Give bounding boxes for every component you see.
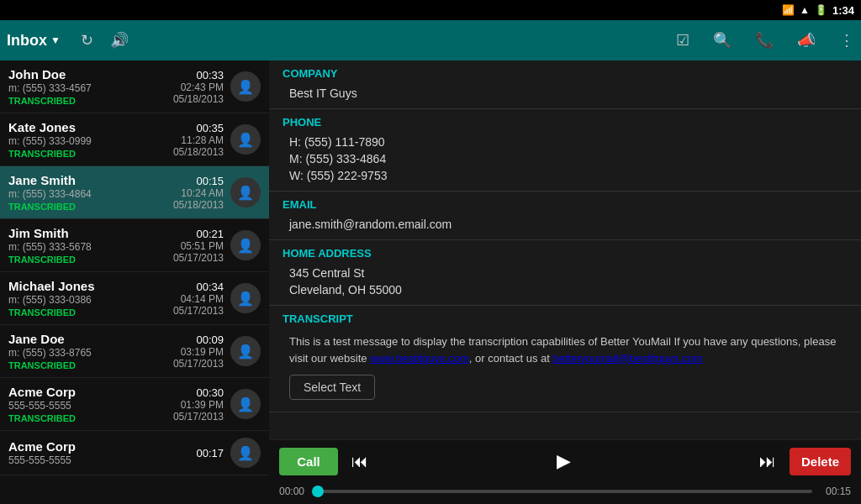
contact-number-1: m: (555) 333-0999 <box>8 135 173 147</box>
audio-player: Call ⏮ ▶ ⏭ Delete 00:00 00:15 <box>269 439 861 504</box>
address-header: HOME ADDRESS <box>283 247 848 260</box>
contact-duration-3: 00:21 <box>173 228 224 240</box>
contact-number-0: m: (555) 333-4567 <box>8 82 173 94</box>
contact-meta-0: 00:33 02:43 PM 05/18/2013 <box>173 69 224 105</box>
contact-date-3: 05/17/2013 <box>173 252 224 264</box>
contact-status-1: TRANSCRIBED <box>8 149 173 159</box>
avatar-icon-6 <box>237 396 254 413</box>
contact-number-2: m: (555) 333-4864 <box>8 188 173 200</box>
play-button[interactable]: ▶ <box>550 447 578 475</box>
contact-status-5: TRANSCRIBED <box>8 360 173 370</box>
contact-info-3: Jim Smith m: (555) 333-5678 TRANSCRIBED <box>8 226 173 265</box>
contact-status-2: TRANSCRIBED <box>8 202 173 212</box>
refresh-icon[interactable]: ↻ <box>81 31 93 50</box>
address-line2: Cleveland, OH 55000 <box>283 281 848 298</box>
company-value: Best IT Guys <box>283 85 848 102</box>
contact-item-2[interactable]: Jane Smith m: (555) 333-4864 TRANSCRIBED… <box>0 166 269 219</box>
contact-time-4: 04:14 PM <box>173 293 224 305</box>
contact-list: John Doe m: (555) 333-4567 TRANSCRIBED 0… <box>0 60 269 504</box>
detail-panel: COMPANY Best IT Guys PHONE H: (555) 111-… <box>269 60 861 504</box>
left-nav-icons: ↻ 🔊 <box>81 31 129 50</box>
progress-bar[interactable] <box>318 490 812 493</box>
contact-info-4: Michael Jones m: (555) 333-0386 TRANSCRI… <box>8 279 173 318</box>
email-section: EMAIL jane.smith@random.email.com <box>269 192 861 240</box>
contact-status-0: TRANSCRIBED <box>8 96 173 106</box>
contact-time-6: 01:39 PM <box>173 399 224 411</box>
inbox-arrow: ▼ <box>50 34 61 46</box>
address-section: HOME ADDRESS 345 Central St Cleveland, O… <box>269 240 861 306</box>
contact-meta-4: 00:34 04:14 PM 05/17/2013 <box>173 281 224 317</box>
company-header: COMPANY <box>283 67 848 80</box>
company-section: COMPANY Best IT Guys <box>269 60 861 109</box>
contact-avatar-7 <box>230 438 261 468</box>
battery-icon: 🔋 <box>815 4 827 16</box>
phone-section: PHONE H: (555) 111-7890 M: (555) 333-486… <box>269 109 861 192</box>
clock: 1:34 <box>832 4 854 17</box>
contact-item-0[interactable]: John Doe m: (555) 333-4567 TRANSCRIBED 0… <box>0 60 269 113</box>
contact-item-5[interactable]: Jane Doe m: (555) 333-8765 TRANSCRIBED 0… <box>0 325 269 378</box>
contact-duration-0: 00:33 <box>173 69 224 81</box>
player-controls: Call ⏮ ▶ ⏭ Delete <box>269 440 861 482</box>
detail-scroll: COMPANY Best IT Guys PHONE H: (555) 111-… <box>269 60 861 439</box>
email-value: jane.smith@random.email.com <box>283 216 848 233</box>
transcript-link1[interactable]: www.bestitguys.com <box>370 352 469 365</box>
checklist-icon[interactable]: ☑ <box>676 31 689 50</box>
contact-time-0: 02:43 PM <box>173 81 224 93</box>
contact-number-5: m: (555) 333-8765 <box>8 347 173 359</box>
transcript-body: This is a test message to display the tr… <box>283 330 848 370</box>
contact-time-2: 10:24 AM <box>173 187 224 199</box>
transcript-section: TRANSCRIPT This is a test message to dis… <box>269 306 861 412</box>
contact-status-4: TRANSCRIBED <box>8 307 173 318</box>
contact-info-5: Jane Doe m: (555) 333-8765 TRANSCRIBED <box>8 332 173 370</box>
time-end: 00:15 <box>821 486 851 497</box>
fast-forward-button[interactable]: ⏭ <box>753 449 783 475</box>
contact-status-3: TRANSCRIBED <box>8 255 173 265</box>
search-icon[interactable]: 🔍 <box>713 31 732 50</box>
progress-thumb <box>312 486 324 497</box>
more-icon[interactable]: ⋮ <box>839 31 854 50</box>
main-layout: John Doe m: (555) 333-4567 TRANSCRIBED 0… <box>0 60 861 504</box>
contact-avatar-0 <box>230 71 261 102</box>
contact-name-1: Kate Jones <box>8 120 173 134</box>
contact-info-7: Acme Corp 555-555-5555 <box>8 439 196 466</box>
transcript-link2[interactable]: betteryoumail@bestitguys.com <box>553 352 703 365</box>
avatar-icon-1 <box>237 131 254 149</box>
contact-item-1[interactable]: Kate Jones m: (555) 333-0999 TRANSCRIBED… <box>0 113 269 166</box>
contact-name-5: Jane Doe <box>8 332 173 346</box>
top-bar: Inbox ▼ ↻ 🔊 ☑ 🔍 📞 📣 ⋮ <box>0 20 861 60</box>
contact-duration-4: 00:34 <box>173 281 224 293</box>
contact-item-3[interactable]: Jim Smith m: (555) 333-5678 TRANSCRIBED … <box>0 219 269 272</box>
select-text-button[interactable]: Select Text <box>289 375 375 400</box>
phone-m: M: (555) 333-4864 <box>283 150 848 167</box>
contact-name-7: Acme Corp <box>8 439 196 454</box>
phone-log-icon[interactable]: 📞 <box>755 31 774 50</box>
contact-item-4[interactable]: Michael Jones m: (555) 333-0386 TRANSCRI… <box>0 272 269 325</box>
address-line1: 345 Central St <box>283 265 848 281</box>
contact-avatar-4 <box>230 283 261 313</box>
contact-item-7[interactable]: Acme Corp 555-555-5555 00:17 <box>0 431 269 475</box>
contact-avatar-6 <box>230 389 261 419</box>
contact-number-3: m: (555) 333-5678 <box>8 241 173 253</box>
contact-number-7: 555-555-5555 <box>8 454 196 466</box>
inbox-label: Inbox <box>7 32 47 50</box>
rewind-button[interactable]: ⏮ <box>345 449 375 475</box>
signal-icon: 📶 <box>782 4 795 16</box>
contact-date-0: 05/18/2013 <box>173 93 224 105</box>
contact-time-5: 03:19 PM <box>173 346 224 358</box>
contact-info-0: John Doe m: (555) 333-4567 TRANSCRIBED <box>8 67 173 106</box>
delete-button[interactable]: Delete <box>790 448 851 475</box>
wifi-icon: ▲ <box>800 4 810 16</box>
contact-date-5: 05/17/2013 <box>173 358 224 370</box>
contact-item-6[interactable]: Acme Corp 555-555-5555 TRANSCRIBED 00:30… <box>0 378 269 431</box>
contact-name-4: Michael Jones <box>8 279 173 293</box>
voicemail-icon[interactable]: 📣 <box>797 31 816 50</box>
status-icons: 📶 ▲ 🔋 1:34 <box>782 4 854 17</box>
volume-icon[interactable]: 🔊 <box>110 31 129 50</box>
contact-info-1: Kate Jones m: (555) 333-0999 TRANSCRIBED <box>8 120 173 159</box>
avatar-icon-4 <box>237 290 254 307</box>
call-button[interactable]: Call <box>279 448 338 475</box>
avatar-icon-0 <box>237 78 254 96</box>
contact-meta-3: 00:21 05:51 PM 05/17/2013 <box>173 228 224 264</box>
avatar-icon-7 <box>237 444 254 462</box>
contact-info-6: Acme Corp 555-555-5555 TRANSCRIBED <box>8 385 173 423</box>
